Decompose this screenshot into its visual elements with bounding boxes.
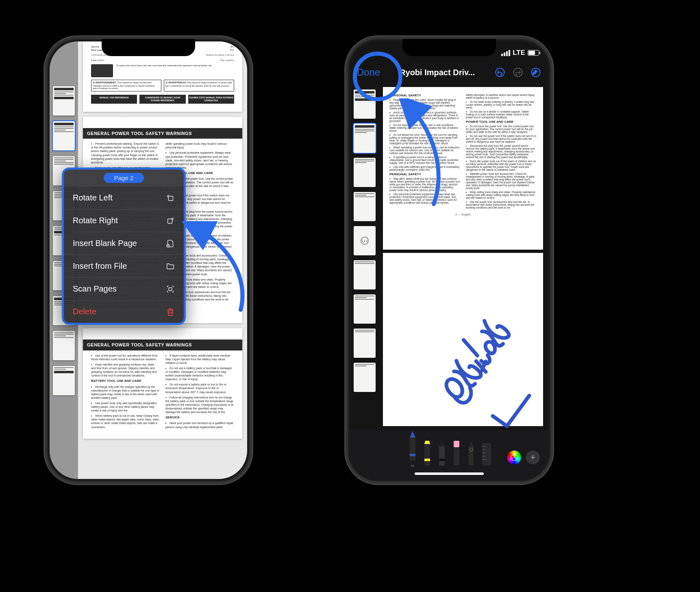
redo-icon[interactable] xyxy=(512,67,524,78)
power-button xyxy=(251,153,252,202)
warning-box-fr: ⚠ AVERTISSEMENT : Pour réduire les risqu… xyxy=(91,80,161,91)
markup-pen-icon[interactable] xyxy=(530,67,541,78)
svg-rect-9 xyxy=(439,459,445,461)
menu-title: Page 2 xyxy=(64,170,184,186)
page-thumbnail[interactable] xyxy=(354,363,376,392)
rotate-left-item[interactable]: Rotate Left xyxy=(64,186,184,209)
ref-box-en: MANUAL FOR REFERENCE xyxy=(91,95,137,104)
add-tool-button[interactable]: + xyxy=(526,451,540,464)
page-thumbnail[interactable] xyxy=(354,329,376,358)
battery-icon xyxy=(528,50,539,56)
vol-up-button xyxy=(45,145,46,177)
mute-switch xyxy=(346,116,347,133)
page-thumbnail[interactable] xyxy=(354,124,376,153)
vol-down-button xyxy=(45,185,46,218)
mute-switch xyxy=(45,116,46,133)
rotate-left-icon xyxy=(166,194,175,202)
svg-rect-8 xyxy=(424,459,430,461)
svg-rect-11 xyxy=(454,447,459,466)
ref-box-es: GUARDE ESTE MANUAL PARA FUTURAS CONSULTA… xyxy=(188,95,234,104)
pen-tool[interactable]: 61 xyxy=(407,431,418,462)
svg-rect-3 xyxy=(169,287,172,290)
scan-pages-item[interactable]: Scan Pages xyxy=(64,277,184,300)
pencil-tool[interactable] xyxy=(437,441,447,467)
warning-text: To reduce the risk of injury, the user m… xyxy=(116,64,212,77)
insert-page-icon xyxy=(166,239,175,248)
document-page-3: GENERAL POWER TOOL SAFETY WARNINGS Use o… xyxy=(83,328,242,438)
signal-icon xyxy=(501,50,510,56)
svg-rect-1 xyxy=(168,219,172,223)
iphone-left: ServiceBack page 4578-9 Commande de pièc… xyxy=(45,37,252,484)
svg-rect-0 xyxy=(168,196,173,200)
ruler-tool[interactable] xyxy=(480,441,491,467)
iphone-right: LTE Done Ryobi Impact Driv... ⋯ PE xyxy=(346,37,553,484)
color-picker[interactable] xyxy=(507,451,521,464)
marker-tool[interactable] xyxy=(422,441,433,467)
tutorial-highlight-ring xyxy=(353,52,402,101)
rotate-right-item[interactable]: Rotate Right xyxy=(64,209,184,232)
svg-rect-10 xyxy=(454,441,459,447)
power-button xyxy=(552,153,553,202)
ref-box-fr: CONSERVER CE MANUEL POUR FUTURE RÉFÉRENC… xyxy=(139,95,185,104)
document-page[interactable]: PERSONAL SAFETY Plugs must match the out… xyxy=(383,87,543,250)
page-thumbnail[interactable] xyxy=(53,121,75,150)
page-thumbnail[interactable] xyxy=(53,366,75,395)
page-context-menu: Page 2 Rotate Left Rotate Right Insert B… xyxy=(62,168,186,325)
page-thumbnail[interactable] xyxy=(53,86,75,115)
tool-size-label: 61 xyxy=(411,464,415,468)
handwriting-edited xyxy=(432,296,537,430)
svc-text: Service xyxy=(91,46,99,48)
page-thumbnail[interactable] xyxy=(354,260,376,289)
carrier-label: LTE xyxy=(513,49,525,57)
ryobi-logo xyxy=(91,64,113,77)
page-thumbnail[interactable] xyxy=(354,192,376,221)
page-thumbnail[interactable] xyxy=(53,331,75,360)
lasso-tool[interactable] xyxy=(466,441,476,467)
eraser-tool[interactable] xyxy=(451,441,462,467)
notch xyxy=(402,39,496,56)
page-thumbnail[interactable] xyxy=(354,294,376,324)
page-thumbnail[interactable]: ⋯ xyxy=(354,226,376,255)
rotate-right-icon xyxy=(166,216,175,225)
page-thumbnail[interactable] xyxy=(354,158,376,187)
section-heading: GENERAL POWER TOOL SAFETY WARNINGS xyxy=(83,128,242,139)
home-indicator[interactable] xyxy=(415,472,484,475)
markup-canvas[interactable] xyxy=(383,253,543,426)
folder-icon xyxy=(166,262,175,271)
vol-up-button xyxy=(346,145,347,177)
section-heading: GENERAL POWER TOOL SAFETY WARNINGS xyxy=(83,340,242,350)
vol-down-button xyxy=(346,185,347,218)
trash-icon xyxy=(166,307,175,316)
warning-box-es: ⚠ ADVERTENCIA: Para reducir el riesgo de… xyxy=(164,80,234,91)
insert-file-item[interactable]: Insert from File xyxy=(64,255,184,277)
markup-tool-tray: 61 + xyxy=(350,430,548,479)
notch xyxy=(102,39,195,56)
page-thumbnails-sidebar[interactable]: ⋯ xyxy=(350,86,379,430)
undo-icon[interactable] xyxy=(494,67,506,78)
insert-blank-item[interactable]: Insert Blank Page xyxy=(64,232,184,255)
delete-item[interactable]: Delete xyxy=(64,300,184,323)
svg-rect-7 xyxy=(410,454,415,456)
scan-icon xyxy=(166,285,175,294)
